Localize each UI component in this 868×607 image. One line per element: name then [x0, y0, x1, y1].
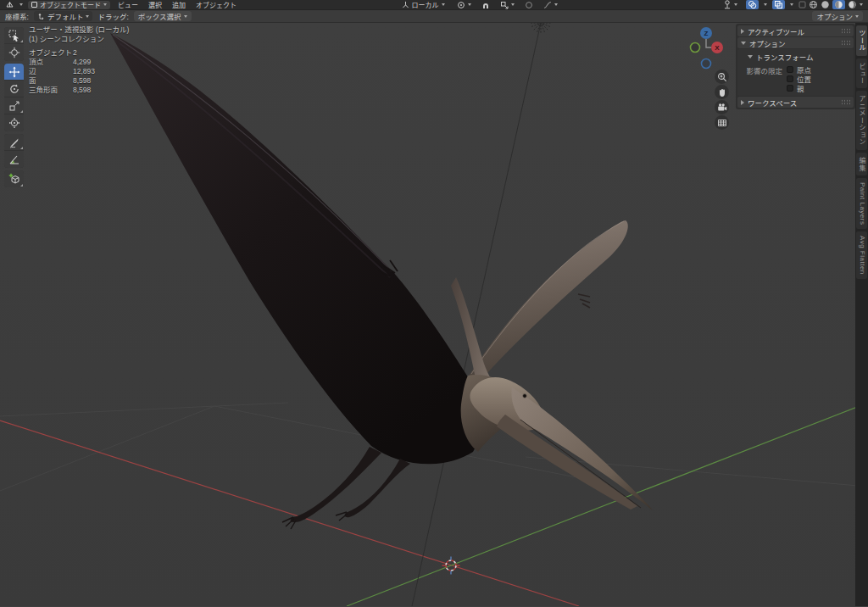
gizmo-minus-z-axis[interactable] [702, 59, 711, 69]
editor-type-button[interactable] [5, 1, 23, 8]
tab-tool[interactable]: ツール [856, 25, 867, 56]
menu-view[interactable]: ビュー [115, 0, 141, 9]
chevron-down-icon [554, 3, 558, 6]
pivot-point-dropdown[interactable] [453, 0, 475, 10]
viewport-scene[interactable] [0, 23, 868, 606]
xray-toggle-icon [774, 0, 783, 9]
collapsed-arrow-icon [741, 29, 744, 34]
chevron-down-icon [19, 3, 23, 6]
gizmo-y-axis[interactable] [691, 43, 700, 53]
sidebar-panel: アクティブツール オプション トランスフォーム 影響の限定 原点 [736, 24, 855, 109]
tool-tweak-select[interactable] [4, 27, 24, 44]
falloff-curve-icon [543, 1, 552, 9]
rendered-shading-icon[interactable] [848, 0, 857, 9]
checkbox-row-parents: 親 [787, 84, 811, 92]
proportional-editing-icon [525, 1, 533, 9]
panel-header-label: オプション [749, 38, 786, 48]
tab-edit[interactable]: 編集 [856, 153, 867, 175]
chevron-down-icon[interactable] [790, 3, 793, 6]
pan-hand-button[interactable] [715, 85, 729, 99]
panel-grip-icon[interactable] [841, 99, 850, 105]
overlays-icon [748, 0, 757, 9]
mode-dropdown[interactable]: オブジェクトモード [28, 1, 110, 9]
chevron-down-icon [442, 3, 445, 6]
pteranodon-model[interactable] [110, 33, 653, 529]
wireframe-shading-icon[interactable] [809, 0, 818, 9]
far-wing-claws [578, 294, 590, 308]
render-pass-icon[interactable] [798, 1, 806, 8]
coord-default-icon [37, 13, 45, 20]
falloff-dropdown[interactable] [540, 0, 561, 10]
stat-value: 8,598 [73, 86, 91, 95]
proportional-editing-toggle[interactable] [523, 0, 535, 9]
camera-view-button[interactable] [715, 100, 729, 114]
tab-view[interactable]: ビュー [856, 58, 867, 89]
parents-checkbox[interactable] [787, 85, 793, 92]
tab-paint-layers[interactable]: Paint Layers [856, 178, 867, 229]
panel-options[interactable]: オプション [737, 37, 854, 48]
chevron-down-icon[interactable] [764, 3, 767, 6]
collection-name: (1) シーンコレクション [29, 35, 129, 44]
checkbox-label: 親 [797, 83, 804, 93]
stat-label: オブジェクト [29, 48, 73, 58]
3d-viewport[interactable]: ユーザー・透視投影 (ローカル) (1) シーンコレクション オブジェクト2 頂… [0, 23, 868, 606]
xray-toggle[interactable] [772, 0, 785, 9]
viewport-stats-overlay: ユーザー・透視投影 (ローカル) (1) シーンコレクション オブジェクト2 頂… [29, 25, 129, 95]
coord-system-value: デフォルト [47, 11, 84, 21]
gizmos-dropdown[interactable] [720, 0, 741, 10]
options-panel-body: トランスフォーム 影響の限定 原点 位置 親 [737, 49, 854, 96]
transform-orientation-icon [402, 1, 409, 8]
menu-select[interactable]: 選択 [146, 0, 164, 9]
orientation-label: ローカル [412, 0, 439, 9]
menu-object[interactable]: オブジェクト [193, 0, 239, 9]
navigation-gizmo[interactable]: Z X [683, 25, 731, 74]
tab-avg-flatten[interactable]: Avg Flatten [856, 231, 867, 279]
snap-magnet-icon [481, 1, 490, 9]
tool-rotate[interactable] [4, 81, 24, 97]
view-name: ユーザー・透視投影 (ローカル) [29, 25, 129, 35]
coord-system-label: 座標系: [5, 11, 29, 21]
tool-cursor[interactable] [4, 44, 24, 61]
orientation-dropdown[interactable]: ローカル [398, 0, 448, 10]
subpanel-label: トランスフォーム [756, 52, 814, 62]
material-shading-icon [834, 0, 843, 9]
stat-value: 12,893 [73, 67, 95, 76]
options-label: オプション [816, 11, 853, 21]
stat-label: 三角形面 [29, 86, 73, 95]
overlays-toggle[interactable] [746, 0, 759, 9]
tool-move[interactable] [4, 64, 24, 81]
tool-settings-bar: 座標系: デフォルト ドラッグ: ボックス選択 オプション [0, 10, 868, 23]
coord-system-dropdown[interactable]: デフォルト [34, 11, 93, 21]
tool-transform[interactable] [4, 114, 24, 131]
collapsed-arrow-icon [741, 100, 744, 105]
tool-measure[interactable] [4, 151, 24, 168]
options-dropdown[interactable]: オプション [812, 11, 863, 21]
pivot-point-icon [457, 1, 465, 9]
perspective-toggle-button[interactable] [715, 115, 729, 130]
tab-animation[interactable]: アニメーション [856, 91, 867, 150]
panel-grip-icon[interactable] [841, 40, 850, 46]
zoom-button[interactable] [715, 70, 729, 84]
chevron-down-icon[interactable] [860, 3, 863, 6]
leg-right [345, 459, 410, 517]
tool-annotate[interactable] [4, 134, 24, 151]
drag-label: ドラッグ: [97, 11, 128, 21]
tool-scale[interactable] [4, 97, 24, 114]
header-menu-bar: オブジェクトモード ビュー 選択 追加 オブジェクト ローカル [0, 0, 868, 10]
panel-workspace[interactable]: ワークスペース [737, 97, 854, 108]
solid-shading-icon[interactable] [821, 0, 830, 9]
snap-toggle[interactable] [480, 0, 492, 9]
snap-target-dropdown[interactable] [497, 0, 518, 10]
origins-checkbox[interactable] [787, 66, 793, 73]
menu-add[interactable]: 追加 [170, 0, 188, 9]
gizmos-icon [723, 0, 732, 9]
panel-active-tool[interactable]: アクティブツール [737, 25, 854, 36]
locations-checkbox[interactable] [787, 75, 793, 82]
tool-add-primitive[interactable] [4, 170, 24, 187]
drag-mode-dropdown[interactable]: ボックス選択 [134, 11, 192, 21]
3d-viewport-editor-icon [5, 1, 14, 8]
subpanel-transform[interactable]: トランスフォーム [737, 52, 854, 62]
panel-grip-icon[interactable] [841, 28, 850, 34]
panel-header-label: ワークスペース [748, 97, 797, 108]
material-shading-button[interactable] [832, 0, 845, 9]
